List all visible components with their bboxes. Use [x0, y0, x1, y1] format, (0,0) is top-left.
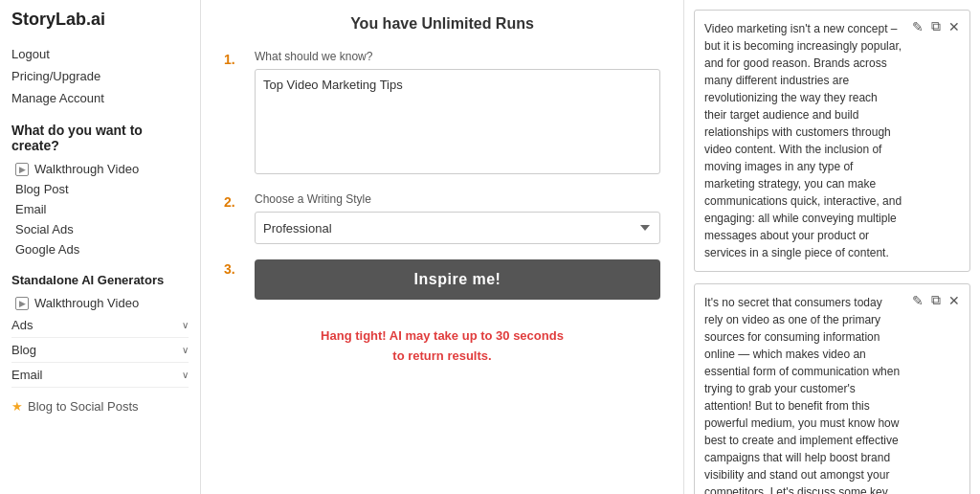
google-ads-label: Google Ads [15, 242, 79, 257]
result-card-2: ✎ ⧉ ✕ It's no secret that consumers toda… [694, 283, 970, 494]
card2-copy-button[interactable]: ⧉ [929, 292, 943, 308]
star-icon: ★ [11, 399, 23, 414]
what-create-title: What do you want to create? [11, 123, 189, 153]
logo: StoryLab.ai [11, 10, 189, 30]
blog-post-label: Blog Post [15, 182, 69, 196]
video-icon: ▶ [15, 163, 29, 176]
card1-edit-button[interactable]: ✎ [910, 19, 925, 34]
blog-to-social-label: Blog to Social Posts [28, 399, 139, 414]
email-chevron-icon: ∨ [182, 370, 189, 380]
logout-link[interactable]: Logout [11, 43, 189, 65]
blog-chevron-icon: ∨ [182, 345, 189, 355]
step1-section: 1. What should we know? [224, 50, 660, 177]
blog-to-social-link[interactable]: ★ Blog to Social Posts [11, 399, 189, 414]
blog-collapsible[interactable]: Blog ∨ [11, 338, 189, 363]
card2-close-button[interactable]: ✕ [947, 293, 962, 308]
manage-account-link[interactable]: Manage Account [11, 87, 189, 109]
page-title: You have Unlimited Runs [224, 15, 660, 33]
card2-edit-button[interactable]: ✎ [910, 293, 925, 308]
card1-actions: ✎ ⧉ ✕ [910, 18, 962, 34]
step1-number: 1. [224, 52, 247, 67]
step2-number: 2. [224, 194, 247, 210]
wait-line2: to return results. [392, 348, 491, 363]
standalone-walkthrough-label: Walkthrough Video [34, 296, 139, 310]
wait-line1: Hang tight! AI may take up to 30 seconds [321, 328, 564, 343]
standalone-title: Standalone AI Generators [11, 273, 189, 287]
walkthrough-video-item[interactable]: ▶ Walkthrough Video [11, 159, 189, 179]
ads-collapsible[interactable]: Ads ∨ [11, 313, 189, 338]
step3-number: 3. [224, 261, 247, 277]
card2-text: It's no secret that consumers today rely… [704, 294, 960, 494]
ads-label: Ads [11, 318, 33, 332]
email-label: Email [15, 202, 47, 216]
card1-copy-button[interactable]: ⧉ [929, 18, 943, 34]
email-collapsible[interactable]: Email ∨ [11, 363, 189, 388]
card1-close-button[interactable]: ✕ [947, 19, 962, 34]
wait-message: Hang tight! AI may take up to 30 seconds… [224, 326, 660, 367]
main-content: You have Unlimited Runs 1. What should w… [201, 0, 683, 494]
result-card-1: ✎ ⧉ ✕ Video marketing isn't a new concep… [694, 10, 970, 272]
sidebar: StoryLab.ai Logout Pricing/Upgrade Manag… [0, 0, 201, 494]
social-ads-label: Social Ads [15, 222, 74, 236]
walkthrough-video-label: Walkthrough Video [34, 162, 139, 176]
ads-chevron-icon: ∨ [182, 320, 189, 330]
blog-post-item[interactable]: Blog Post [11, 179, 189, 199]
card1-text: Video marketing isn't a new concept – bu… [704, 20, 960, 261]
card2-actions: ✎ ⧉ ✕ [910, 292, 962, 308]
step2-label: Choose a Writing Style [255, 192, 660, 206]
results-panel: ✎ ⧉ ✕ Video marketing isn't a new concep… [683, 0, 980, 494]
google-ads-item[interactable]: Google Ads [11, 239, 189, 259]
social-ads-item[interactable]: Social Ads [11, 219, 189, 239]
email-coll-label: Email [11, 368, 43, 382]
inspire-button[interactable]: Inspire me! [255, 259, 660, 300]
standalone-walkthrough-item[interactable]: ▶ Walkthrough Video [11, 293, 189, 313]
page-title-prefix: You have [350, 15, 421, 32]
what-to-know-input[interactable] [255, 69, 660, 174]
blog-label: Blog [11, 343, 36, 357]
step1-label: What should we know? [255, 50, 660, 63]
email-item[interactable]: Email [11, 199, 189, 219]
pricing-link[interactable]: Pricing/Upgrade [11, 65, 189, 87]
step3-section: 3. Inspire me! [224, 259, 660, 300]
writing-style-select[interactable]: Professional Casual Friendly Formal Humo… [255, 212, 660, 244]
standalone-video-icon: ▶ [15, 297, 29, 310]
page-title-bold: Unlimited Runs [422, 15, 534, 32]
step2-section: 2. Choose a Writing Style Professional C… [224, 192, 660, 244]
